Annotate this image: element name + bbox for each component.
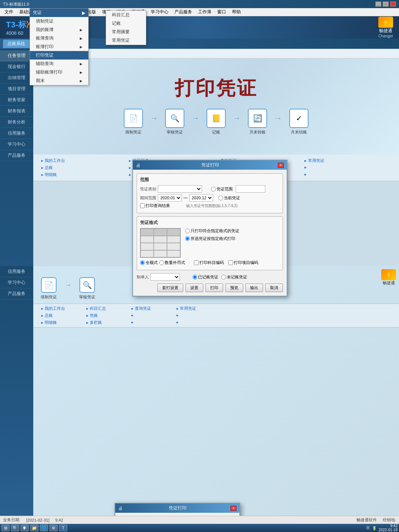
radio-unposted-input[interactable] — [221, 275, 226, 279]
close-button[interactable]: × — [390, 1, 396, 7]
preparer-select[interactable] — [150, 273, 180, 281]
export-btn[interactable]: 输出 — [245, 284, 263, 292]
sidebar-item-cashier[interactable]: 出纳管理 — [0, 72, 33, 84]
print-query-checkbox-item[interactable]: 打印查询结果 — [140, 203, 170, 209]
bottom-shortcut-blank1 — [131, 312, 175, 319]
menu-bar: 文件 基础设置 职能 日本 出纳 出版 项目 税务 票据通 学习中心 产品服务 … — [0, 8, 399, 16]
sub-subject-summary[interactable]: 科目汇总 — [106, 11, 146, 19]
print-subject-code-item[interactable]: 打印科目编码 — [194, 260, 224, 265]
menu-fill-voucher[interactable]: 填制凭证 — [30, 17, 88, 26]
sidebar-item-finance[interactable]: 财务管家 — [0, 95, 33, 106]
radio-full-amount-input[interactable] — [140, 260, 145, 265]
radio-current-voucher-label: 当前凭证 — [224, 195, 240, 201]
dialog-close-btn-1[interactable]: × — [278, 163, 284, 168]
start-button[interactable]: ⊞ — [1, 525, 10, 531]
menu-my-ledger[interactable]: 我的账簿 — [30, 26, 88, 34]
sidebar-item-learning[interactable]: 学习中心 — [0, 139, 33, 150]
bottom-shortcut-multi[interactable]: 多栏账 — [86, 319, 130, 326]
radio-current-voucher[interactable]: 当前凭证 — [218, 195, 240, 201]
sidebar-item-project[interactable]: 项目管理 — [0, 84, 33, 95]
settings-btn[interactable]: 设置 — [185, 284, 203, 292]
dropdown-title-text: 凭证 — [33, 10, 42, 16]
menu-workbook[interactable]: 工作薄 — [195, 8, 214, 16]
bottom-shortcut-ledger[interactable]: 总账 — [41, 312, 85, 319]
shortcut-general-ledger[interactable]: 总账 — [41, 165, 129, 171]
menu-print-voucher[interactable]: 打印凭证 — [30, 51, 88, 60]
bottom-shortcut-subject[interactable]: 科目汇总 — [86, 305, 130, 312]
taskbar-search[interactable]: 🔍 — [11, 525, 19, 531]
radio-current-voucher-input[interactable] — [218, 196, 223, 200]
menu-product[interactable]: 产品服务 — [171, 8, 195, 16]
radio-voucher-range-input[interactable] — [211, 187, 216, 192]
minimize-button[interactable]: _ — [375, 1, 381, 7]
dialog-close-btn-2[interactable]: × — [231, 506, 236, 511]
print-project-code-item[interactable]: 打印项目编码 — [228, 260, 258, 265]
taskbar-explorer[interactable]: 📁 — [30, 525, 38, 531]
menu-aux-query[interactable]: 辅助查询 — [30, 60, 88, 68]
menu-file[interactable]: 文件 — [1, 8, 16, 16]
voucher-range-input[interactable] — [236, 185, 265, 193]
taskbar-settings[interactable]: ⚙ — [50, 525, 58, 531]
menu-ledger-print[interactable]: 账簿打印 — [30, 43, 88, 51]
menu-learning[interactable]: 学习中心 — [148, 8, 171, 16]
radio-qty-currency-input[interactable] — [159, 260, 164, 265]
sub-common-summary[interactable]: 常用摘要 — [106, 28, 146, 36]
radio-qty-currency[interactable]: 数量外币式 — [159, 260, 185, 265]
sidebar-item-cash-bank[interactable]: 现金银行 — [0, 61, 33, 72]
radio-only-matching-input[interactable] — [185, 228, 190, 233]
sidebar-item-task[interactable]: 任务管理 — [0, 50, 33, 61]
window-controls[interactable]: _ □ × — [375, 1, 396, 7]
menu-period-end[interactable]: 期末 — [30, 77, 88, 85]
tab-general-ledger[interactable]: 总账系统 — [3, 40, 30, 48]
sub-common-voucher[interactable]: 常用凭证 — [106, 36, 146, 45]
maximize-button[interactable]: □ — [383, 1, 389, 7]
dropdown-title: 凭证 ▶ — [30, 9, 88, 17]
menu-help[interactable]: 帮助 — [229, 8, 244, 16]
print-btn[interactable]: 打印 — [205, 284, 223, 292]
sub-bookkeeping[interactable]: 记账 — [106, 19, 146, 28]
shortcut-detail[interactable]: 明细账 — [41, 172, 129, 178]
print-query-checkbox[interactable] — [140, 203, 145, 208]
radio-all-with-format[interactable]: 所选凭证按指定格式打印 — [185, 236, 280, 241]
taskbar-cortana[interactable]: 🗣 — [21, 525, 29, 531]
print-project-code-cb[interactable] — [228, 260, 233, 265]
radio-unposted[interactable]: 未记账凭证 — [221, 274, 247, 280]
radio-only-matching[interactable]: 只打印符合指定格式的凭证 — [185, 228, 280, 234]
bottom-sidebar-products[interactable]: 产品服务 — [0, 288, 33, 299]
shortcut-common-voucher[interactable]: 常用凭证 — [304, 157, 392, 164]
menu-aux-print[interactable]: 辅助账簿打印 — [30, 68, 88, 77]
radio-posted-input[interactable] — [192, 275, 197, 279]
bottom-sidebar-credit[interactable]: 信用服务 — [0, 266, 33, 277]
sidebar-item-products[interactable]: 产品服务 — [0, 150, 33, 161]
period-to-select[interactable]: 2020.12 — [189, 194, 213, 201]
template-settings-btn[interactable]: 套打设置 — [157, 284, 183, 292]
radio-all-with-format-input[interactable] — [185, 236, 190, 241]
bottom-shortcut-desk[interactable]: 我的工作台 — [41, 305, 85, 312]
menu-window[interactable]: 窗口 — [214, 8, 229, 16]
radio-full-amount[interactable]: 全额式 — [140, 260, 158, 265]
bottom-shortcut-common[interactable]: 常用凭证 — [176, 305, 220, 312]
period-from-select[interactable]: 2020.01 — [158, 194, 182, 201]
status-software: 畅捷通软件 — [357, 517, 377, 523]
cancel-btn-1[interactable]: 取消 — [265, 284, 283, 292]
taskbar-edge[interactable]: 🌐 — [40, 525, 48, 531]
bottom-shortcut-detail2[interactable]: 明细账 — [41, 319, 85, 326]
bottom-shortcut-posted2[interactable]: 凭账 — [86, 312, 130, 319]
sidebar-item-analysis[interactable]: 财务分析 — [0, 117, 33, 128]
bottom-sidebar-learning[interactable]: 学习中心 — [0, 277, 33, 288]
bottom-shortcut-query[interactable]: 查询凭证 — [131, 305, 175, 312]
radio-voucher-range[interactable]: 凭证范围 — [211, 186, 233, 192]
voucher-type-select[interactable] — [158, 185, 202, 193]
taskbar-app[interactable]: T — [59, 525, 67, 531]
shortcut-my-desk[interactable]: 我的工作台 — [41, 157, 129, 164]
range-hint: 输入凭证号范围图(如:1,5,7-9,2) — [186, 203, 238, 209]
bottom-step-audit-label: 审核凭证 — [79, 294, 95, 300]
menu-ledger-query[interactable]: 账簿查询 — [30, 34, 88, 43]
print-subject-code-cb[interactable] — [194, 260, 199, 265]
brand-sub: Changjei — [378, 34, 393, 38]
period-dash: — — [183, 195, 188, 200]
preview-btn[interactable]: 预览 — [225, 284, 243, 292]
sidebar-item-report[interactable]: 财务报表 — [0, 106, 33, 117]
sidebar-item-credit[interactable]: 信用服务 — [0, 128, 33, 139]
radio-posted[interactable]: 已记账凭证 — [192, 274, 218, 280]
